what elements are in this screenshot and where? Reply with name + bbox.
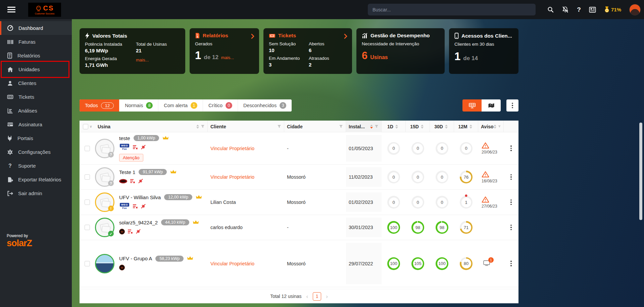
sidebar-item-suporte[interactable]: ? Suporte bbox=[0, 159, 72, 173]
plant-avatar[interactable]: ✓ bbox=[95, 218, 114, 237]
table-view-button[interactable] bbox=[462, 99, 482, 112]
sort-30d[interactable] bbox=[445, 125, 448, 129]
perf-ring-15d: 0 bbox=[411, 171, 424, 183]
notifications-muted-icon[interactable] bbox=[562, 6, 569, 13]
row-checkbox[interactable] bbox=[85, 146, 90, 151]
sidebar-item-relatorios[interactable]: $ Relatórios bbox=[0, 49, 72, 62]
filter-aviso-icon[interactable] bbox=[498, 125, 501, 129]
kwp-badge: 44,10 kWp bbox=[161, 219, 189, 225]
home-icon bbox=[7, 67, 13, 73]
perf-ring-30d: 98 bbox=[436, 221, 448, 234]
table-row[interactable]: ? teste 1,00 kWp WEGFox bbox=[80, 132, 518, 165]
tab-normais[interactable]: Normais 8 bbox=[119, 99, 158, 112]
plant-name[interactable]: teste bbox=[119, 135, 130, 141]
vincular-proprietario-link[interactable]: Vincular Proprietário bbox=[210, 174, 254, 180]
solarz-logo[interactable]: solarZ bbox=[7, 238, 32, 249]
sidebar-item-clientes[interactable]: Clientes bbox=[0, 76, 72, 90]
hamburger-menu-icon[interactable] bbox=[7, 7, 15, 12]
sort-15d[interactable] bbox=[421, 125, 424, 129]
tab-critico[interactable]: Crítico 0 bbox=[203, 99, 238, 112]
filter-instalacao-icon[interactable] bbox=[375, 125, 379, 129]
sidebar: Dashboard Faturas $ Relatórios Unidades … bbox=[0, 19, 72, 307]
vincular-proprietario-link[interactable]: Vincular Proprietário bbox=[210, 261, 254, 266]
sidebar-item-faturas[interactable]: Faturas bbox=[0, 35, 72, 49]
sidebar-item-portais[interactable]: Portais bbox=[0, 131, 72, 145]
warning-icon[interactable] bbox=[482, 196, 489, 203]
row-actions-button[interactable] bbox=[504, 174, 518, 180]
map-view-button[interactable] bbox=[482, 99, 501, 112]
sort-12m[interactable] bbox=[469, 125, 472, 129]
plug-icon bbox=[7, 135, 12, 141]
phone-icon bbox=[454, 33, 459, 39]
row-actions-button[interactable] bbox=[504, 200, 518, 205]
row-checkbox[interactable] bbox=[85, 200, 90, 205]
plant-name[interactable]: UFV - Grupo A bbox=[119, 256, 152, 261]
more-link[interactable]: mais... bbox=[136, 57, 167, 62]
sidebar-item-sair-admin[interactable]: Sair admin bbox=[0, 186, 72, 200]
search-input[interactable] bbox=[368, 4, 536, 15]
chevron-right-icon[interactable] bbox=[344, 34, 347, 40]
tab-com-alerta[interactable]: Com alerta 1 bbox=[158, 99, 203, 112]
sidebar-item-dashboard[interactable]: Dashboard bbox=[0, 21, 72, 35]
sidebar-item-tickets[interactable]: Tickets bbox=[0, 90, 72, 104]
warning-icon[interactable] bbox=[482, 142, 489, 149]
sidebar-item-unidades[interactable]: Unidades bbox=[0, 62, 72, 76]
more-options-button[interactable] bbox=[506, 99, 518, 112]
perf-ring-1d: 100 bbox=[387, 221, 400, 234]
row-checkbox[interactable] bbox=[85, 225, 90, 230]
user-avatar[interactable] bbox=[629, 4, 641, 15]
plug-disconnected-icon bbox=[141, 204, 146, 209]
app-logo[interactable]: CS Customer Success bbox=[28, 3, 61, 17]
chevron-right-icon[interactable] bbox=[251, 34, 254, 40]
row-checkbox[interactable] bbox=[85, 261, 90, 266]
sidebar-item-analises[interactable]: Análises bbox=[0, 104, 72, 118]
ticket-icon bbox=[269, 33, 276, 38]
vincular-proprietario-link[interactable]: Vincular Proprietário bbox=[210, 146, 254, 151]
filter-cidade-icon[interactable] bbox=[339, 125, 343, 129]
plant-avatar[interactable] bbox=[95, 254, 114, 273]
plant-avatar[interactable]: ? bbox=[95, 139, 114, 158]
more-link[interactable]: mais... bbox=[221, 55, 234, 60]
tab-todos[interactable]: Todos 12 bbox=[80, 99, 119, 112]
expand-all-caret-icon[interactable]: ∨ bbox=[90, 125, 92, 128]
sort-1d[interactable] bbox=[395, 125, 398, 129]
row-actions-button[interactable] bbox=[504, 145, 518, 151]
news-icon[interactable] bbox=[589, 7, 596, 13]
ticket-icon bbox=[7, 94, 13, 99]
search-icon[interactable] bbox=[547, 6, 554, 13]
prev-page-button[interactable]: ‹ bbox=[306, 294, 308, 299]
score-medal[interactable]: 71% bbox=[604, 6, 621, 13]
plant-avatar[interactable]: ? bbox=[95, 167, 114, 187]
table-row[interactable]: ! UFV - Willian Silva 12,00 kWp WEGFox bbox=[80, 190, 518, 215]
table-row[interactable]: UFV - Grupo A 58,23 kWp sz Vincular Prop… bbox=[80, 240, 518, 287]
help-icon[interactable]: ? bbox=[577, 6, 581, 13]
row-actions-button[interactable] bbox=[504, 225, 518, 230]
plant-avatar[interactable]: ! bbox=[95, 192, 114, 212]
sort-instalacao[interactable] bbox=[370, 125, 373, 129]
sidebar-item-configuracoes[interactable]: Configurações bbox=[0, 145, 72, 159]
sidebar-item-assinatura[interactable]: Assinatura bbox=[0, 118, 72, 131]
plant-name[interactable]: UFV - Willian Silva bbox=[119, 194, 161, 200]
table-row[interactable]: ? Teste 1 91,97 kWp bbox=[80, 165, 518, 190]
sort-usina[interactable] bbox=[196, 125, 199, 129]
kwp-badge: 91,97 kWp bbox=[139, 169, 167, 175]
filter-usina-icon[interactable] bbox=[201, 125, 205, 129]
medal-value: 71% bbox=[611, 7, 621, 12]
crown-icon bbox=[196, 195, 202, 200]
sort-aviso[interactable] bbox=[494, 125, 496, 129]
page-scrollbar-thumb[interactable] bbox=[639, 123, 642, 220]
page-number-button[interactable]: 1 bbox=[313, 292, 321, 301]
select-all-checkbox[interactable] bbox=[83, 124, 88, 129]
warning-icon[interactable] bbox=[482, 171, 489, 178]
plant-name[interactable]: solarz5_94224_2 bbox=[119, 220, 158, 225]
stat-value: 6 bbox=[362, 50, 367, 61]
row-checkbox[interactable] bbox=[85, 174, 90, 180]
filter-cliente-icon[interactable] bbox=[277, 125, 281, 129]
table-row[interactable]: ✓ solarz5_94224_2 44,10 kWp sz bbox=[80, 215, 518, 240]
next-page-button[interactable]: › bbox=[326, 294, 328, 299]
row-actions-button[interactable] bbox=[504, 261, 518, 266]
status-alert-badge: ! bbox=[108, 206, 114, 211]
tab-desconhecidos[interactable]: Desconhecidos 3 bbox=[238, 99, 292, 112]
sidebar-item-exportar-relatorios[interactable]: Exportar Relatórios bbox=[0, 173, 72, 186]
plant-name[interactable]: Teste 1 bbox=[119, 169, 135, 175]
